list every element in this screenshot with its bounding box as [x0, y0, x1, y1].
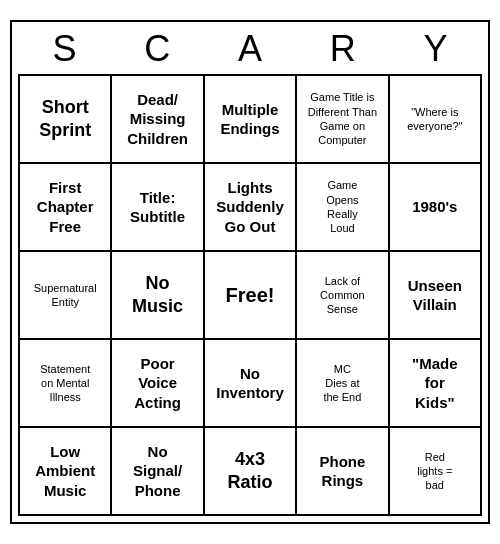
bingo-cell: Short Sprint	[20, 76, 112, 164]
bingo-cell: Multiple Endings	[205, 76, 297, 164]
title-letter: R	[303, 28, 383, 70]
bingo-cell: Game Title is Different Than Game on Com…	[297, 76, 389, 164]
bingo-cell: Unseen Villain	[390, 252, 482, 340]
bingo-cell: Supernatural Entity	[20, 252, 112, 340]
bingo-cell: 1980's	[390, 164, 482, 252]
bingo-cell: "Made for Kids"	[390, 340, 482, 428]
bingo-title: SCARY	[18, 28, 482, 70]
title-letter: Y	[396, 28, 476, 70]
bingo-cell: Dead/ Missing Children	[112, 76, 204, 164]
bingo-cell: No Inventory	[205, 340, 297, 428]
bingo-cell: Phone Rings	[297, 428, 389, 516]
bingo-cell: "Where is everyone?"	[390, 76, 482, 164]
bingo-cell: Poor Voice Acting	[112, 340, 204, 428]
bingo-cell: Red lights = bad	[390, 428, 482, 516]
bingo-cell: 4x3 Ratio	[205, 428, 297, 516]
bingo-cell: First Chapter Free	[20, 164, 112, 252]
bingo-cell: No Music	[112, 252, 204, 340]
bingo-card: SCARY Short SprintDead/ Missing Children…	[10, 20, 490, 524]
bingo-cell: Lack of Common Sense	[297, 252, 389, 340]
bingo-cell: Game Opens Really Loud	[297, 164, 389, 252]
bingo-cell: Title: Subtitle	[112, 164, 204, 252]
bingo-cell: MC Dies at the End	[297, 340, 389, 428]
title-letter: S	[24, 28, 104, 70]
bingo-cell: Statement on Mental Illness	[20, 340, 112, 428]
title-letter: C	[117, 28, 197, 70]
bingo-grid: Short SprintDead/ Missing ChildrenMultip…	[18, 74, 482, 516]
title-letter: A	[210, 28, 290, 70]
bingo-cell: No Signal/ Phone	[112, 428, 204, 516]
bingo-cell: Lights Suddenly Go Out	[205, 164, 297, 252]
bingo-cell: Free!	[205, 252, 297, 340]
bingo-cell: Low Ambient Music	[20, 428, 112, 516]
